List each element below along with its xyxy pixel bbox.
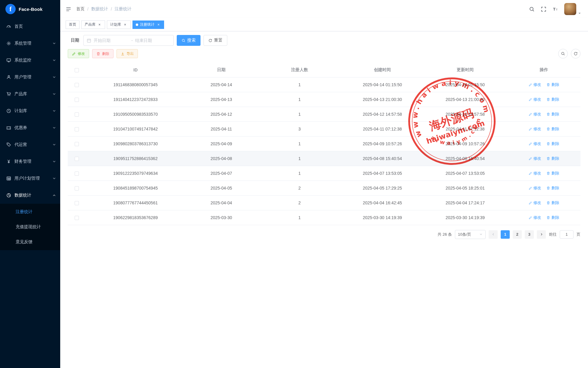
breadcrumb-section[interactable]: 数据统计 xyxy=(91,6,108,12)
cell-date: 2025-03-30 xyxy=(185,210,257,225)
end-date-input[interactable] xyxy=(135,38,170,43)
close-icon[interactable]: × xyxy=(123,22,127,27)
goto-page-input[interactable] xyxy=(560,230,574,239)
edit-icon xyxy=(529,186,532,190)
page-size-select[interactable]: 10条/页 xyxy=(455,230,486,239)
header-search-button[interactable] xyxy=(529,6,535,12)
row-delete-link[interactable]: 删除 xyxy=(546,141,559,146)
page-button-3[interactable]: 3 xyxy=(525,230,534,239)
sidebar-item-user-management[interactable]: 用户管理 xyxy=(0,69,60,86)
hamburger-menu-button[interactable] xyxy=(66,6,71,12)
avatar[interactable] xyxy=(564,3,576,15)
row-edit-link[interactable]: 修改 xyxy=(529,97,541,102)
start-date-input[interactable] xyxy=(94,38,129,43)
tab-plan-library[interactable]: 计划库 × xyxy=(107,20,131,29)
sidebar-menu: 首页 系统管理 系统监控 用户管理 产品库 xyxy=(0,18,60,368)
close-icon[interactable]: × xyxy=(97,22,102,27)
font-size-icon xyxy=(552,6,558,12)
sidebar-subitem-feedback[interactable]: 意见反馈 xyxy=(0,234,60,250)
row-checkbox[interactable] xyxy=(75,157,79,161)
refresh-table-button[interactable] xyxy=(571,49,580,58)
refresh-icon xyxy=(574,52,578,56)
row-delete-link[interactable]: 删除 xyxy=(546,97,559,102)
prev-page-button[interactable] xyxy=(489,230,498,239)
trash-icon xyxy=(546,186,550,190)
user-menu[interactable] xyxy=(564,3,581,15)
cell-created: 2025-04-13 21:00:30 xyxy=(342,92,423,107)
row-edit-link[interactable]: 修改 xyxy=(529,215,541,220)
page-button-1[interactable]: 1 xyxy=(501,230,510,239)
cell-select xyxy=(68,121,86,136)
sidebar-item-data-statistics[interactable]: 数据统计 xyxy=(0,187,60,204)
row-edit-link[interactable]: 修改 xyxy=(529,185,541,191)
sidebar-item-finance-management[interactable]: 财务管理 xyxy=(0,153,60,170)
next-page-button[interactable] xyxy=(537,230,546,239)
chevron-down-icon xyxy=(52,75,56,79)
search-button[interactable]: 搜索 xyxy=(177,35,201,46)
sidebar-subitem-recharge-withdraw-stats[interactable]: 充值提现统计 xyxy=(0,219,60,234)
facebook-logo-icon: f xyxy=(5,4,16,14)
font-size-button[interactable] xyxy=(552,6,558,12)
sidebar-item-agency-operation[interactable]: 代运营 xyxy=(0,136,60,153)
row-checkbox[interactable] xyxy=(75,112,79,117)
edit-icon xyxy=(72,52,76,56)
table-toolbar: 修改 删除 导出 xyxy=(68,49,580,58)
row-delete-link[interactable]: 删除 xyxy=(546,185,559,191)
edit-button[interactable]: 修改 xyxy=(68,49,89,58)
row-checkbox[interactable] xyxy=(75,201,79,205)
tab-product-library[interactable]: 产品库 × xyxy=(81,20,105,29)
export-button[interactable]: 导出 xyxy=(117,49,138,58)
row-delete-link[interactable]: 删除 xyxy=(546,112,559,117)
row-edit-link[interactable]: 修改 xyxy=(529,112,541,117)
row-checkbox[interactable] xyxy=(75,186,79,190)
row-checkbox[interactable] xyxy=(75,216,79,220)
toggle-search-button[interactable] xyxy=(558,49,568,58)
row-delete-label: 删除 xyxy=(551,82,559,87)
row-delete-link[interactable]: 删除 xyxy=(546,82,559,87)
row-edit-link[interactable]: 修改 xyxy=(529,200,541,206)
row-checkbox[interactable] xyxy=(75,98,79,102)
row-delete-link[interactable]: 删除 xyxy=(546,126,559,132)
breadcrumb-home[interactable]: 首页 xyxy=(76,6,85,12)
row-checkbox[interactable] xyxy=(75,142,79,146)
chevron-down-icon xyxy=(52,92,56,96)
cell-id: 1909122235079749634 xyxy=(86,166,185,181)
date-range-picker[interactable]: - xyxy=(83,35,174,46)
sidebar-item-plan-library[interactable]: 计划库 xyxy=(0,102,60,119)
trash-icon xyxy=(546,157,550,160)
cell-ops: 修改 删除 xyxy=(507,195,580,210)
row-delete-link[interactable]: 删除 xyxy=(546,200,559,206)
row-edit-link[interactable]: 修改 xyxy=(529,156,541,161)
cell-date: 2025-04-04 xyxy=(185,195,257,210)
row-edit-link[interactable]: 修改 xyxy=(529,126,541,132)
row-edit-label: 修改 xyxy=(534,97,541,102)
row-checkbox[interactable] xyxy=(75,127,79,131)
app-logo: f Face-Book xyxy=(0,0,60,18)
page-button-2[interactable]: 2 xyxy=(513,230,522,239)
row-edit-link[interactable]: 修改 xyxy=(529,171,541,176)
cell-select xyxy=(68,92,86,107)
sidebar-item-user-plan-management[interactable]: 用户计划管理 xyxy=(0,170,60,187)
row-checkbox[interactable] xyxy=(75,83,79,87)
row-edit-link[interactable]: 修改 xyxy=(529,141,541,146)
row-delete-link[interactable]: 删除 xyxy=(546,215,559,220)
tab-registration-stats[interactable]: 注册统计 × xyxy=(132,20,164,29)
row-checkbox[interactable] xyxy=(75,171,79,176)
close-icon[interactable]: × xyxy=(156,22,161,27)
sidebar-item-coupons[interactable]: 优惠券 xyxy=(0,119,60,136)
fullscreen-button[interactable] xyxy=(541,6,546,12)
sidebar-item-system-management[interactable]: 系统管理 xyxy=(0,35,60,52)
select-all-checkbox[interactable] xyxy=(75,68,79,72)
row-delete-link[interactable]: 删除 xyxy=(546,171,559,176)
cell-created: 2025-04-11 07:12:38 xyxy=(342,121,423,136)
sidebar-item-product-library[interactable]: 产品库 xyxy=(0,86,60,102)
row-edit-link[interactable]: 修改 xyxy=(529,82,541,87)
delete-button[interactable]: 删除 xyxy=(92,49,114,58)
sidebar-subitem-registration-stats[interactable]: 注册统计 xyxy=(0,204,60,219)
tab-home[interactable]: 首页 xyxy=(66,20,79,29)
sidebar-item-home[interactable]: 首页 xyxy=(0,18,60,35)
reset-button[interactable]: 重置 xyxy=(204,35,227,46)
row-delete-link[interactable]: 删除 xyxy=(546,156,559,161)
active-tab-dot xyxy=(136,24,138,26)
sidebar-item-system-monitor[interactable]: 系统监控 xyxy=(0,52,60,69)
